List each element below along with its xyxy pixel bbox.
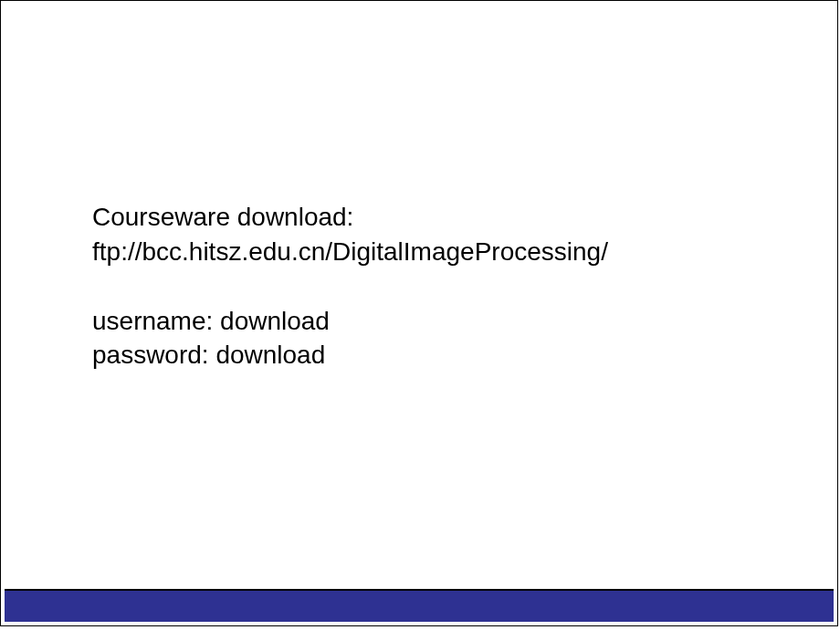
ftp-url: ftp://bcc.hitsz.edu.cn/DigitalImageProce… xyxy=(92,235,608,269)
footer-bar xyxy=(5,589,834,622)
username-line: username: download xyxy=(92,304,608,339)
password-line: password: download xyxy=(92,338,608,373)
spacer xyxy=(92,269,608,304)
slide-content: Courseware download: ftp://bcc.hitsz.edu… xyxy=(92,200,608,373)
slide-container: Courseware download: ftp://bcc.hitsz.edu… xyxy=(0,0,838,626)
courseware-label: Courseware download: xyxy=(92,200,608,235)
